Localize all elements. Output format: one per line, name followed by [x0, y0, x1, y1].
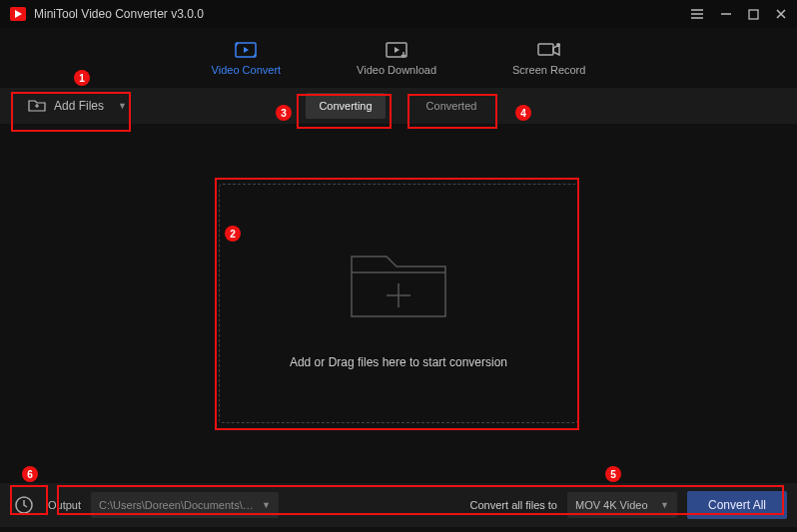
add-files-icon — [28, 98, 46, 115]
tab-video-convert[interactable]: Video Convert — [204, 34, 290, 82]
video-download-icon — [385, 40, 408, 60]
maximize-button[interactable] — [748, 9, 759, 20]
app-title: MiniTool Video Converter v3.0.0 — [34, 7, 690, 21]
hamburger-menu-icon[interactable] — [690, 8, 704, 20]
svg-marker-3 — [244, 47, 249, 53]
add-files-label: Add Files — [54, 99, 104, 113]
dropzone[interactable]: Add or Drag files here to start conversi… — [219, 184, 578, 423]
subtab-label: Converting — [319, 100, 372, 112]
tab-video-download[interactable]: Video Download — [349, 34, 444, 82]
output-label: Output — [48, 499, 81, 511]
title-bar: MiniTool Video Converter v3.0.0 — [0, 0, 797, 28]
sub-toolbar: Add Files ▼ Converting Converted — [0, 88, 797, 124]
add-files-button[interactable]: Add Files ▼ — [20, 92, 135, 121]
screen-record-icon — [536, 40, 562, 60]
dropzone-message: Add or Drag files here to start conversi… — [290, 355, 507, 369]
folder-add-icon — [344, 239, 453, 331]
history-button[interactable] — [10, 495, 38, 515]
format-selected-text: MOV 4K Video — [575, 499, 648, 511]
convert-all-label: Convert All — [708, 498, 766, 512]
svg-rect-1 — [749, 10, 758, 19]
main-tabs: Video Convert Video Download Screen Reco… — [0, 28, 797, 88]
subtab-converted[interactable]: Converted — [411, 93, 491, 119]
tab-screen-record[interactable]: Screen Record — [504, 34, 593, 82]
output-format-selector[interactable]: MOV 4K Video ▼ — [567, 492, 677, 518]
tab-label: Video Convert — [212, 64, 282, 76]
chevron-down-icon: ▼ — [118, 101, 127, 111]
close-button[interactable] — [775, 8, 787, 20]
convert-all-to-label: Convert all files to — [470, 499, 557, 511]
output-path-selector[interactable]: C:\Users\Doreen\Documents\MiniTool Video… — [91, 492, 279, 518]
tab-label: Video Download — [357, 64, 436, 76]
output-path-text: C:\Users\Doreen\Documents\MiniTool Video… — [99, 499, 256, 511]
subtab-converting[interactable]: Converting — [306, 93, 386, 119]
main-area: Add or Drag files here to start conversi… — [0, 124, 797, 483]
subtab-label: Converted — [426, 100, 477, 112]
convert-all-button[interactable]: Convert All — [687, 491, 787, 519]
svg-point-7 — [556, 43, 560, 47]
svg-rect-6 — [538, 44, 553, 55]
tab-label: Screen Record — [512, 64, 585, 76]
app-logo-icon — [10, 7, 26, 21]
bottom-bar: Output C:\Users\Doreen\Documents\MiniToo… — [0, 483, 797, 527]
chevron-down-icon: ▼ — [660, 500, 669, 510]
svg-marker-5 — [395, 47, 399, 53]
minimize-button[interactable] — [720, 8, 732, 20]
svg-marker-0 — [15, 10, 22, 18]
video-convert-icon — [234, 40, 258, 60]
chevron-down-icon: ▼ — [262, 500, 271, 510]
